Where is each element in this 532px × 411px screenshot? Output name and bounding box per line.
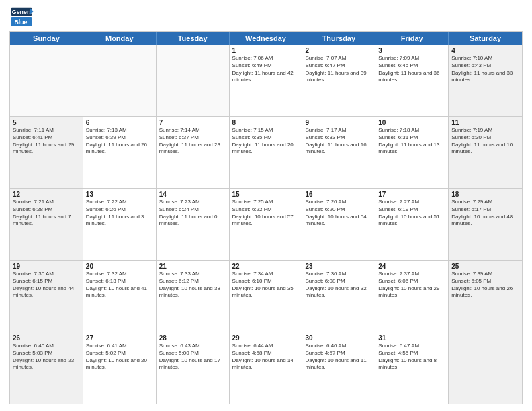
calendar: SundayMondayTuesdayWednesdayThursdayFrid…: [9, 31, 523, 404]
cell-info: Sunrise: 7:09 AM Sunset: 6:45 PM Dayligh…: [378, 55, 445, 84]
calendar-row: 19Sunrise: 7:30 AM Sunset: 6:15 PM Dayli…: [10, 261, 522, 332]
calendar-cell: 2Sunrise: 7:07 AM Sunset: 6:47 PM Daylig…: [302, 45, 375, 116]
day-number: 28: [159, 334, 226, 342]
cell-info: Sunrise: 7:30 AM Sunset: 6:15 PM Dayligh…: [13, 271, 80, 300]
day-number: 1: [232, 47, 300, 54]
calendar-cell: 7Sunrise: 7:14 AM Sunset: 6:37 PM Daylig…: [157, 117, 230, 188]
weekday-header: Saturday: [449, 32, 522, 45]
day-number: 4: [451, 47, 519, 54]
calendar-cell: 10Sunrise: 7:18 AM Sunset: 6:31 PM Dayli…: [375, 117, 449, 188]
calendar-cell: [157, 45, 230, 116]
calendar-cell: [10, 45, 83, 116]
calendar-cell: 3Sunrise: 7:09 AM Sunset: 6:45 PM Daylig…: [375, 45, 449, 116]
calendar-cell: 19Sunrise: 7:30 AM Sunset: 6:15 PM Dayli…: [10, 261, 83, 332]
cell-info: Sunrise: 7:07 AM Sunset: 6:47 PM Dayligh…: [305, 55, 372, 84]
cell-info: Sunrise: 7:18 AM Sunset: 6:31 PM Dayligh…: [378, 127, 445, 156]
day-number: 15: [232, 191, 300, 198]
weekday-header: Monday: [83, 32, 157, 45]
calendar-cell: 22Sunrise: 7:34 AM Sunset: 6:10 PM Dayli…: [230, 261, 303, 332]
page: General Blue SundayMondayTuesdayWednesda…: [0, 0, 532, 411]
day-number: 20: [86, 263, 153, 270]
calendar-row: 26Sunrise: 6:40 AM Sunset: 5:03 PM Dayli…: [10, 332, 522, 404]
calendar-cell: 5Sunrise: 7:11 AM Sunset: 6:41 PM Daylig…: [10, 117, 83, 188]
day-number: 7: [159, 119, 226, 126]
day-number: 14: [159, 191, 226, 198]
day-number: 23: [305, 263, 372, 270]
day-number: 2: [305, 47, 372, 54]
day-number: 8: [232, 119, 300, 126]
day-number: 25: [451, 263, 519, 270]
cell-info: Sunrise: 7:25 AM Sunset: 6:22 PM Dayligh…: [232, 199, 300, 228]
weekday-header: Thursday: [302, 32, 375, 45]
logo: General Blue: [9, 7, 34, 27]
calendar-cell: [83, 45, 157, 116]
cell-info: Sunrise: 7:14 AM Sunset: 6:37 PM Dayligh…: [159, 127, 226, 156]
calendar-cell: 9Sunrise: 7:17 AM Sunset: 6:33 PM Daylig…: [302, 117, 375, 188]
cell-info: Sunrise: 7:10 AM Sunset: 6:43 PM Dayligh…: [451, 55, 519, 84]
calendar-cell: 21Sunrise: 7:33 AM Sunset: 6:12 PM Dayli…: [157, 261, 230, 332]
calendar-cell: 20Sunrise: 7:32 AM Sunset: 6:13 PM Dayli…: [83, 261, 157, 332]
calendar-cell: 27Sunrise: 6:41 AM Sunset: 5:02 PM Dayli…: [83, 332, 157, 404]
day-number: 26: [13, 334, 80, 342]
day-number: 21: [159, 263, 226, 270]
weekday-header: Sunday: [10, 32, 83, 45]
day-number: 3: [378, 47, 445, 54]
cell-info: Sunrise: 7:26 AM Sunset: 6:20 PM Dayligh…: [305, 199, 372, 228]
calendar-cell: 16Sunrise: 7:26 AM Sunset: 6:20 PM Dayli…: [302, 189, 375, 260]
day-number: 16: [305, 191, 372, 198]
cell-info: Sunrise: 6:47 AM Sunset: 4:55 PM Dayligh…: [378, 342, 445, 371]
day-number: 12: [13, 191, 80, 198]
calendar-cell: 12Sunrise: 7:21 AM Sunset: 6:28 PM Dayli…: [10, 189, 83, 260]
day-number: 30: [305, 334, 372, 342]
day-number: 17: [378, 191, 445, 198]
cell-info: Sunrise: 6:43 AM Sunset: 5:00 PM Dayligh…: [159, 342, 226, 371]
calendar-cell: 14Sunrise: 7:23 AM Sunset: 6:24 PM Dayli…: [157, 189, 230, 260]
cell-info: Sunrise: 7:34 AM Sunset: 6:10 PM Dayligh…: [232, 271, 300, 300]
calendar-cell: 24Sunrise: 7:37 AM Sunset: 6:06 PM Dayli…: [375, 261, 449, 332]
cell-info: Sunrise: 6:44 AM Sunset: 4:58 PM Dayligh…: [232, 342, 300, 371]
cell-info: Sunrise: 7:33 AM Sunset: 6:12 PM Dayligh…: [159, 271, 226, 300]
day-number: 31: [378, 334, 445, 342]
calendar-cell: 30Sunrise: 6:46 AM Sunset: 4:57 PM Dayli…: [302, 332, 375, 404]
cell-info: Sunrise: 7:36 AM Sunset: 6:08 PM Dayligh…: [305, 271, 372, 300]
cell-info: Sunrise: 7:15 AM Sunset: 6:35 PM Dayligh…: [232, 127, 300, 156]
weekday-header: Tuesday: [157, 32, 230, 45]
day-number: 29: [232, 334, 300, 342]
day-number: 13: [86, 191, 153, 198]
weekday-header: Friday: [375, 32, 449, 45]
day-number: 19: [13, 263, 80, 270]
cell-info: Sunrise: 7:27 AM Sunset: 6:19 PM Dayligh…: [378, 199, 445, 228]
day-number: 6: [86, 119, 153, 126]
calendar-cell: [449, 332, 522, 404]
cell-info: Sunrise: 7:32 AM Sunset: 6:13 PM Dayligh…: [86, 271, 153, 300]
calendar-row: 12Sunrise: 7:21 AM Sunset: 6:28 PM Dayli…: [10, 189, 522, 261]
day-number: 22: [232, 263, 300, 270]
calendar-cell: 13Sunrise: 7:22 AM Sunset: 6:26 PM Dayli…: [83, 189, 157, 260]
calendar-body: 1Sunrise: 7:06 AM Sunset: 6:49 PM Daylig…: [10, 45, 522, 404]
day-number: 24: [378, 263, 445, 270]
cell-info: Sunrise: 7:21 AM Sunset: 6:28 PM Dayligh…: [13, 199, 80, 228]
cell-info: Sunrise: 6:40 AM Sunset: 5:03 PM Dayligh…: [13, 342, 80, 371]
calendar-cell: 17Sunrise: 7:27 AM Sunset: 6:19 PM Dayli…: [375, 189, 449, 260]
day-number: 11: [451, 119, 519, 126]
calendar-cell: 4Sunrise: 7:10 AM Sunset: 6:43 PM Daylig…: [449, 45, 522, 116]
cell-info: Sunrise: 7:23 AM Sunset: 6:24 PM Dayligh…: [159, 199, 226, 228]
cell-info: Sunrise: 7:37 AM Sunset: 6:06 PM Dayligh…: [378, 271, 445, 300]
cell-info: Sunrise: 7:39 AM Sunset: 6:05 PM Dayligh…: [451, 271, 519, 300]
calendar-cell: 29Sunrise: 6:44 AM Sunset: 4:58 PM Dayli…: [230, 332, 303, 404]
calendar-cell: 31Sunrise: 6:47 AM Sunset: 4:55 PM Dayli…: [375, 332, 449, 404]
calendar-header: SundayMondayTuesdayWednesdayThursdayFrid…: [10, 32, 522, 45]
cell-info: Sunrise: 7:11 AM Sunset: 6:41 PM Dayligh…: [13, 127, 80, 156]
cell-info: Sunrise: 6:41 AM Sunset: 5:02 PM Dayligh…: [86, 342, 153, 371]
cell-info: Sunrise: 7:29 AM Sunset: 6:17 PM Dayligh…: [451, 199, 519, 228]
calendar-row: 1Sunrise: 7:06 AM Sunset: 6:49 PM Daylig…: [10, 45, 522, 117]
calendar-row: 5Sunrise: 7:11 AM Sunset: 6:41 PM Daylig…: [10, 117, 522, 189]
day-number: 10: [378, 119, 445, 126]
cell-info: Sunrise: 7:13 AM Sunset: 6:39 PM Dayligh…: [86, 127, 153, 156]
calendar-cell: 6Sunrise: 7:13 AM Sunset: 6:39 PM Daylig…: [83, 117, 157, 188]
svg-text:Blue: Blue: [14, 19, 27, 26]
calendar-cell: 28Sunrise: 6:43 AM Sunset: 5:00 PM Dayli…: [157, 332, 230, 404]
calendar-cell: 11Sunrise: 7:19 AM Sunset: 6:30 PM Dayli…: [449, 117, 522, 188]
weekday-header: Wednesday: [230, 32, 303, 45]
calendar-cell: 15Sunrise: 7:25 AM Sunset: 6:22 PM Dayli…: [230, 189, 303, 260]
